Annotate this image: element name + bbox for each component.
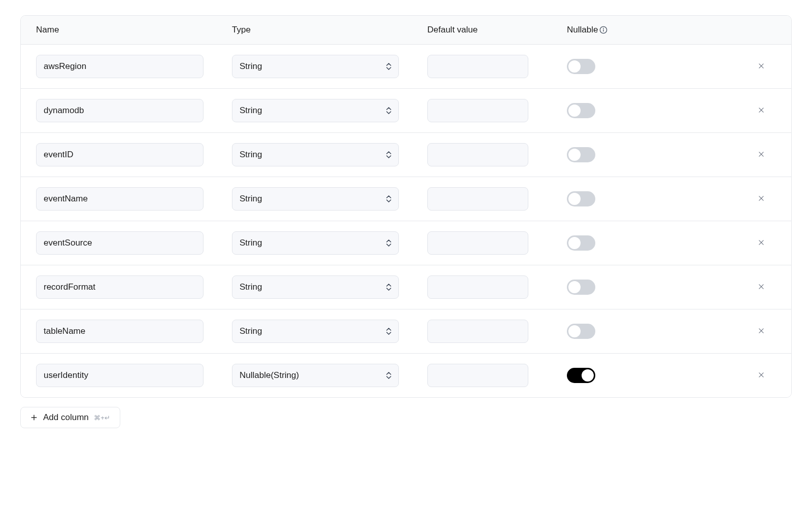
column-name-input[interactable] (36, 231, 204, 255)
remove-column-button[interactable] (755, 368, 768, 383)
table-row: String (21, 221, 791, 265)
column-type-select[interactable]: String (232, 231, 399, 255)
remove-column-button[interactable] (755, 103, 768, 118)
header-type: Type (229, 25, 424, 35)
column-type-value: String (240, 194, 262, 203)
close-icon (758, 151, 765, 159)
info-icon[interactable] (599, 25, 608, 34)
column-type-value: String (240, 150, 262, 159)
close-icon (758, 239, 765, 248)
column-type-select[interactable]: String (232, 187, 399, 211)
column-default-input[interactable] (427, 187, 528, 211)
column-name-input[interactable] (36, 364, 204, 387)
close-icon (758, 107, 765, 115)
nullable-toggle[interactable] (567, 235, 595, 251)
column-type-value: Nullable(String) (240, 370, 299, 380)
close-icon (758, 283, 765, 292)
column-type-value: String (240, 238, 262, 248)
column-type-select[interactable]: String (232, 143, 399, 166)
plus-icon (30, 413, 38, 422)
chevron-up-down-icon (386, 195, 391, 202)
remove-column-button[interactable] (755, 324, 768, 339)
svg-point-2 (603, 28, 604, 28)
remove-column-button[interactable] (755, 192, 768, 206)
chevron-up-down-icon (386, 151, 391, 158)
column-default-input[interactable] (427, 143, 528, 166)
columns-table: Name Type Default value Nullable String (20, 15, 792, 398)
header-name: Name (36, 25, 229, 35)
chevron-up-down-icon (386, 239, 391, 247)
close-icon (758, 62, 765, 71)
nullable-toggle[interactable] (567, 103, 595, 118)
header-nullable-label: Nullable (567, 25, 598, 35)
column-name-input[interactable] (36, 99, 204, 122)
column-name-input[interactable] (36, 55, 204, 78)
column-name-input[interactable] (36, 143, 204, 166)
column-type-select[interactable]: String (232, 275, 399, 299)
close-icon (758, 371, 765, 380)
table-header-row: Name Type Default value Nullable (21, 16, 791, 45)
table-row: String (21, 177, 791, 221)
table-row: String (21, 45, 791, 89)
column-name-input[interactable] (36, 320, 204, 343)
remove-column-button[interactable] (755, 148, 768, 162)
table-row: String (21, 309, 791, 354)
table-row: String (21, 89, 791, 133)
add-column-button[interactable]: Add column ⌘+↵ (20, 407, 120, 428)
nullable-toggle[interactable] (567, 368, 595, 383)
chevron-up-down-icon (386, 284, 391, 291)
column-default-input[interactable] (427, 320, 528, 343)
add-column-label: Add column (43, 412, 89, 423)
chevron-up-down-icon (386, 372, 391, 379)
remove-column-button[interactable] (755, 59, 768, 74)
column-default-input[interactable] (427, 275, 528, 299)
table-row: String (21, 133, 791, 177)
nullable-toggle[interactable] (567, 191, 595, 206)
header-nullable: Nullable (564, 25, 776, 35)
column-default-input[interactable] (427, 231, 528, 255)
column-default-input[interactable] (427, 364, 528, 387)
table-row: Nullable(String) (21, 354, 791, 397)
column-type-value: String (240, 326, 262, 336)
nullable-toggle[interactable] (567, 324, 595, 339)
column-name-input[interactable] (36, 187, 204, 211)
add-column-shortcut: ⌘+↵ (94, 414, 111, 422)
column-default-input[interactable] (427, 55, 528, 78)
close-icon (758, 327, 765, 336)
table-row: String (21, 265, 791, 309)
nullable-toggle[interactable] (567, 147, 595, 162)
chevron-up-down-icon (386, 328, 391, 335)
column-type-select[interactable]: String (232, 99, 399, 122)
nullable-toggle[interactable] (567, 59, 595, 74)
chevron-up-down-icon (386, 107, 391, 114)
column-type-value: String (240, 282, 262, 292)
column-type-select[interactable]: String (232, 55, 399, 78)
remove-column-button[interactable] (755, 280, 768, 295)
column-name-input[interactable] (36, 275, 204, 299)
close-icon (758, 195, 765, 203)
chevron-up-down-icon (386, 63, 391, 70)
column-type-select[interactable]: Nullable(String) (232, 364, 399, 387)
column-type-select[interactable]: String (232, 320, 399, 343)
remove-column-button[interactable] (755, 236, 768, 251)
column-type-value: String (240, 61, 262, 71)
column-type-value: String (240, 106, 262, 115)
header-default-value: Default value (424, 25, 564, 35)
column-default-input[interactable] (427, 99, 528, 122)
nullable-toggle[interactable] (567, 280, 595, 295)
